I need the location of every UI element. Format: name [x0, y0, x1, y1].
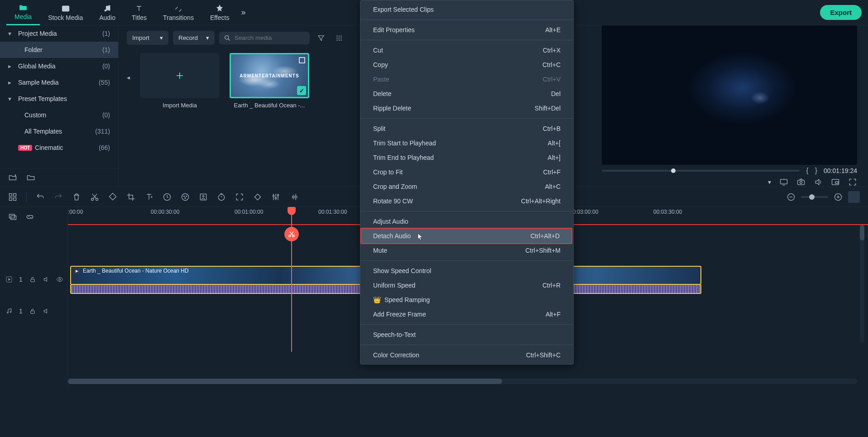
mark-out-icon[interactable]: } — [815, 167, 817, 175]
keyframe-icon[interactable] — [253, 192, 262, 202]
context-menu-separator — [360, 211, 573, 211]
context-menu-item[interactable]: CopyCtrl+C — [360, 58, 573, 72]
new-folder-icon[interactable] — [8, 173, 17, 182]
tab-more[interactable]: » — [241, 8, 245, 17]
preview-progress[interactable] — [602, 170, 800, 172]
context-menu-item[interactable]: MuteCtrl+Shift+M — [360, 243, 573, 258]
fullscreen-icon[interactable] — [848, 178, 857, 187]
search-box[interactable] — [219, 32, 310, 44]
context-menu-item[interactable]: DeleteDel — [360, 86, 573, 101]
timer-icon[interactable] — [217, 192, 226, 202]
zoom-slider[interactable] — [801, 196, 828, 198]
sidebar-item-project-media[interactable]: ▾Project Media (1) — [0, 25, 118, 42]
track-music-icon[interactable] — [5, 307, 13, 315]
export-button[interactable]: Export — [820, 5, 862, 20]
sidebar-item-cinematic[interactable]: HOTCinematic (66) — [0, 139, 118, 156]
context-menu-item[interactable]: Ripple DeleteShift+Del — [360, 101, 573, 115]
context-menu-item[interactable]: Crop and ZoomAlt+C — [360, 179, 573, 194]
filter-icon[interactable] — [314, 31, 328, 45]
sidebar-item-label: Cinematic — [35, 144, 63, 151]
sidebar-item-all-templates[interactable]: All Templates (311) — [0, 123, 118, 139]
timeline-end-box[interactable] — [848, 191, 860, 203]
sidebar-item-folder[interactable]: Folder (1) — [0, 42, 118, 58]
speaker-icon[interactable] — [814, 178, 823, 187]
lock-icon[interactable] — [29, 307, 36, 315]
sidebar-item-label: Global Media — [18, 62, 56, 70]
sidebar-item-custom[interactable]: Custom (0) — [0, 107, 118, 123]
context-menu-item[interactable]: Add Freeze FrameAlt+F — [360, 307, 573, 322]
fit-icon[interactable] — [235, 192, 244, 202]
eye-icon[interactable] — [56, 276, 63, 283]
audio-mixer-icon[interactable] — [289, 192, 298, 202]
import-dropdown[interactable]: Import▾ — [127, 31, 168, 45]
cut-icon[interactable] — [90, 192, 99, 202]
context-menu-item[interactable]: SplitCtrl+B — [360, 121, 573, 136]
record-dropdown[interactable]: Record▾ — [173, 31, 215, 45]
playhead-handle[interactable] — [288, 207, 296, 215]
context-menu-item[interactable]: Uniform SpeedCtrl+R — [360, 278, 573, 293]
context-menu-label: Split — [373, 125, 385, 132]
playhead[interactable] — [291, 207, 292, 352]
snapshot-icon[interactable] — [796, 178, 806, 187]
delete-icon[interactable] — [72, 192, 81, 202]
context-menu-item[interactable]: Edit PropertiesAlt+E — [360, 23, 573, 37]
context-menu-item[interactable]: 👑Speed Ramping — [360, 293, 573, 307]
timeline-v-scrollbar[interactable] — [860, 225, 864, 343]
crop-icon[interactable] — [126, 192, 135, 202]
tab-media[interactable]: Media — [6, 0, 40, 25]
folder-outline-icon[interactable] — [26, 173, 35, 182]
preview-canvas[interactable] — [602, 25, 857, 165]
context-menu-shortcut: Shift+Del — [535, 105, 561, 112]
mute-icon[interactable] — [43, 276, 50, 283]
speed-icon[interactable] — [163, 192, 172, 202]
svg-rect-39 — [10, 214, 15, 218]
import-media-tile[interactable]: + — [140, 53, 220, 98]
adjust-icon[interactable] — [271, 192, 280, 202]
context-menu-item[interactable]: Color CorrectionCtrl+Shift+C — [360, 348, 573, 362]
sidebar-item-preset-templates[interactable]: ▾Preset Templates — [0, 91, 118, 107]
ruler-tick: 00:03:00:00 — [570, 209, 598, 215]
media-thumbnail[interactable]: ARMENTERTAINMENTS ✓ — [230, 53, 309, 98]
context-menu-item[interactable]: Rotate 90 CWCtrl+Alt+Right — [360, 194, 573, 208]
context-menu-item[interactable]: Trim End to PlayheadAlt+] — [360, 150, 573, 165]
pip-icon[interactable] — [831, 178, 840, 187]
undo-icon[interactable] — [36, 192, 45, 202]
add-marker-icon[interactable] — [8, 212, 17, 221]
tab-transitions[interactable]: Transitions — [155, 0, 202, 25]
link-icon[interactable] — [25, 212, 34, 221]
quality-dropdown-icon[interactable]: ▾ — [768, 178, 771, 186]
tab-audio[interactable]: Audio — [91, 0, 124, 25]
context-menu-item[interactable]: Detach AudioCtrl+Alt+D — [360, 228, 572, 244]
search-input[interactable] — [235, 34, 305, 41]
context-menu-item[interactable]: Speech-to-Text — [360, 327, 573, 342]
redo-icon[interactable] — [54, 192, 63, 202]
display-icon[interactable] — [779, 178, 788, 187]
tag-icon[interactable] — [108, 192, 117, 202]
context-menu-item[interactable]: Export Selected Clips — [360, 2, 573, 17]
context-menu-item[interactable]: Crop to FitCtrl+F — [360, 165, 573, 179]
sidebar-item-sample-media[interactable]: ▸Sample Media (55) — [0, 74, 118, 91]
tab-titles[interactable]: Titles — [124, 0, 155, 25]
greenscreen-icon[interactable] — [199, 192, 208, 202]
track-play-icon[interactable] — [5, 276, 13, 283]
timeline-h-scrollbar[interactable] — [68, 379, 857, 384]
mark-in-icon[interactable]: { — [806, 167, 808, 175]
context-menu-item[interactable]: Trim Start to PlayheadAlt+[ — [360, 136, 573, 150]
mute-icon[interactable] — [43, 307, 50, 315]
zoom-in-icon[interactable] — [834, 192, 843, 202]
svg-rect-23 — [14, 197, 16, 200]
grid-view-icon[interactable] — [332, 31, 346, 45]
sidebar-item-global-media[interactable]: ▸Global Media (0) — [0, 58, 118, 74]
context-menu-item[interactable]: Show Speed Control — [360, 264, 573, 278]
color-icon[interactable] — [181, 192, 190, 202]
collapse-arrow-icon[interactable]: ◂ — [127, 74, 130, 81]
tab-effects[interactable]: Effects — [202, 0, 238, 25]
text-icon[interactable] — [144, 192, 153, 202]
context-menu-item[interactable]: CutCtrl+X — [360, 43, 573, 58]
tab-stock-media[interactable]: Stock Media — [40, 0, 91, 25]
playhead-cut-icon[interactable] — [284, 227, 299, 241]
layout-icon[interactable] — [8, 192, 17, 202]
zoom-out-icon[interactable] — [786, 192, 796, 202]
context-menu-item[interactable]: Adjust Audio — [360, 214, 573, 229]
lock-icon[interactable] — [29, 276, 36, 283]
